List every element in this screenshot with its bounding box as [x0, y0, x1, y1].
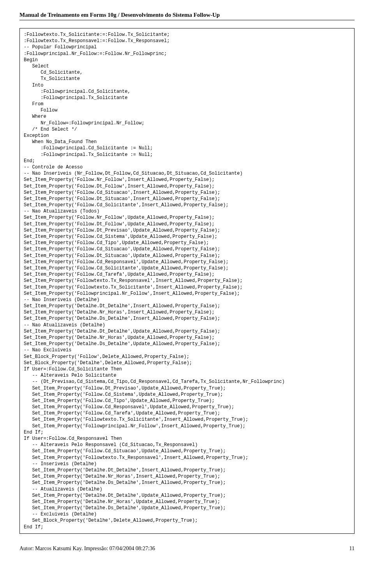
- title-underline: [19, 20, 355, 20]
- page-title: Manual de Treinamento em Forms 10g / Des…: [19, 12, 355, 18]
- footer-author: Autor: Marcos Katsumi Kay. Impressão: 07…: [19, 545, 155, 552]
- page-number: 11: [349, 545, 355, 552]
- code-listing: :Followtexto.Tx_Solicitante:=:Follow.Tx_…: [19, 28, 355, 534]
